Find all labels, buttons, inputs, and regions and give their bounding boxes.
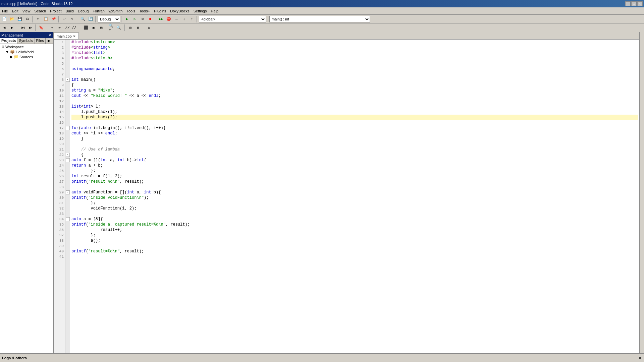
menu-item-settings[interactable]: Settings (192, 7, 209, 14)
toggle-bookmark-button[interactable]: 🔖 (38, 24, 45, 32)
build-button[interactable]: ⚙ (139, 15, 146, 23)
menu-item-tools+[interactable]: Tools+ (137, 7, 152, 14)
debug-mode-dropdown[interactable]: Debug Release (98, 16, 120, 22)
bookmark-next-button[interactable]: ▶ (8, 24, 16, 32)
workspace-item[interactable]: 🖥 Workspace (1, 45, 52, 49)
open-file-button[interactable]: 📂 (8, 15, 16, 23)
code-line-6[interactable]: using namespace std; (71, 66, 638, 72)
copy-button[interactable]: 📋 (42, 15, 50, 23)
tab-files[interactable]: Files (35, 38, 46, 44)
menu-item-file[interactable]: File (0, 7, 10, 14)
fold-all-button[interactable]: ⊟ (127, 24, 134, 32)
code-line-33[interactable] (71, 211, 638, 217)
code-line-41[interactable] (71, 254, 638, 259)
save-all-button[interactable]: 🗂 (24, 15, 31, 23)
helloworld-item[interactable]: ▼ 📦 HelloWorld (1, 49, 52, 54)
code-line-27[interactable]: printf("result=%d\n", result); (71, 179, 638, 184)
code-line-8[interactable]: int main() (71, 77, 638, 82)
sources-item[interactable]: ▶ 📁 Sources (1, 54, 52, 59)
align-left-button[interactable]: ⬛ (82, 24, 90, 32)
indent-button[interactable]: ⇥ (48, 24, 56, 32)
menu-item-tools[interactable]: Tools (124, 7, 137, 14)
redo-button[interactable]: ↪ (68, 15, 76, 23)
code-line-30[interactable]: printf("inside voidFunction\n"); (71, 195, 638, 200)
unindent-button[interactable]: ⇤ (56, 24, 63, 32)
scope-dropdown[interactable]: <global> (199, 16, 266, 22)
gutter-cell-23[interactable]: - (65, 158, 70, 163)
code-line-20[interactable] (71, 141, 638, 147)
replace-button[interactable]: 🔄 (87, 15, 94, 23)
tab-symbols[interactable]: Symbols (17, 38, 35, 44)
run-button[interactable]: ▷ (131, 15, 139, 23)
code-line-35[interactable]: printf("inside a, captured result=%d\n",… (71, 222, 638, 227)
code-line-38[interactable]: a(); (71, 238, 638, 243)
build-run-button[interactable]: ▶ (123, 15, 131, 23)
code-line-5[interactable] (71, 61, 638, 66)
code-line-21[interactable]: // Use of lambda (71, 147, 638, 152)
code-line-29[interactable]: auto voidFunction = [](int a, int b){ (71, 190, 638, 195)
menu-item-view[interactable]: View (20, 7, 33, 14)
code-line-3[interactable]: #include <list> (71, 50, 638, 56)
undo-button[interactable]: ↩ (61, 15, 68, 23)
management-close-icon[interactable]: ✕ (49, 33, 52, 37)
gutter-cell-17[interactable]: - (65, 125, 70, 131)
debug-start-button[interactable]: ▶▶ (157, 15, 165, 23)
minimize-button[interactable]: ─ (625, 1, 631, 6)
code-line-26[interactable]: int result = f(1, 2); (71, 174, 638, 179)
jump-forward-button[interactable]: ⏭ (27, 24, 34, 32)
menu-item-plugins[interactable]: Plugins (152, 7, 168, 14)
step-next-button[interactable]: → (173, 15, 180, 23)
code-line-16[interactable] (71, 120, 638, 125)
save-button[interactable]: 💾 (16, 15, 23, 23)
code-line-22[interactable]: { (71, 152, 638, 158)
jump-back-button[interactable]: ⏮ (19, 24, 26, 32)
code-line-14[interactable]: l.push_back(1); (71, 109, 638, 115)
tab-projects[interactable]: Projects (0, 38, 17, 44)
menu-item-edit[interactable]: Edit (10, 7, 20, 14)
code-line-19[interactable]: } (71, 136, 638, 141)
code-line-12[interactable] (71, 99, 638, 104)
settings-button[interactable]: ⚙ (145, 24, 153, 32)
code-line-15[interactable]: l.push_back(2); (71, 115, 638, 120)
editor-scrollbar[interactable] (639, 32, 644, 353)
code-content[interactable]: #include <iostream>#include <string>#inc… (70, 40, 639, 353)
code-line-37[interactable]: }; (71, 233, 638, 238)
close-button[interactable]: ✕ (637, 1, 643, 6)
comment-button[interactable]: // (64, 24, 71, 32)
bookmark-prev-button[interactable]: ◀ (1, 24, 8, 32)
code-line-10[interactable]: string a = "Mike"; (71, 88, 638, 93)
menu-item-debug[interactable]: Debug (76, 7, 91, 14)
cut-button[interactable]: ✂ (35, 15, 42, 23)
code-line-34[interactable]: auto a = [&]{ (71, 217, 638, 222)
step-out-button[interactable]: ↑ (188, 15, 196, 23)
menu-item-fortran[interactable]: Fortran (91, 7, 106, 14)
code-line-23[interactable]: auto f = [](int a, int b)->int{ (71, 158, 638, 163)
menu-item-search[interactable]: Search (32, 7, 48, 14)
menu-item-help[interactable]: Help (209, 7, 220, 14)
tab-close-icon[interactable]: ✕ (73, 35, 76, 38)
new-file-button[interactable]: 📄 (1, 15, 8, 23)
gutter-cell-34[interactable]: - (65, 217, 70, 222)
code-line-24[interactable]: return a + b; (71, 163, 638, 168)
tab-arrow[interactable]: ▶ (46, 38, 53, 44)
zoom-in-button[interactable]: 🔍+ (108, 24, 116, 32)
code-line-31[interactable]: }; (71, 200, 638, 206)
code-editor[interactable]: 1234567891011121314151617181920212223242… (54, 40, 639, 353)
bottom-panel-close-icon[interactable]: ✕ (637, 355, 643, 361)
code-line-7[interactable] (71, 72, 638, 77)
menu-item-build[interactable]: Build (63, 7, 75, 14)
code-line-1[interactable]: #include <iostream> (71, 40, 638, 45)
menu-item-project[interactable]: Project (48, 7, 63, 14)
menu-item-wxsmith[interactable]: wxSmith (107, 7, 125, 14)
uncomment-button[interactable]: //̶ (71, 24, 79, 32)
code-line-2[interactable]: #include <string> (71, 45, 638, 50)
unfold-all-button[interactable]: ⊞ (135, 24, 142, 32)
code-line-40[interactable]: printf("result=%d\n", result); (71, 249, 638, 254)
gutter-cell-29[interactable]: - (65, 190, 70, 195)
code-line-17[interactable]: for(auto i=l.begin(); i!=l.end(); i++){ (71, 125, 638, 131)
stop-button[interactable]: ■ (147, 15, 154, 23)
align-right-button[interactable]: ▤ (98, 24, 105, 32)
code-line-11[interactable]: cout << "Hello world! " << a << endl; (71, 93, 638, 99)
editor-tab-main-cpp[interactable]: main.cpp ✕ (54, 33, 79, 39)
gutter-cell-22[interactable]: - (65, 152, 70, 158)
